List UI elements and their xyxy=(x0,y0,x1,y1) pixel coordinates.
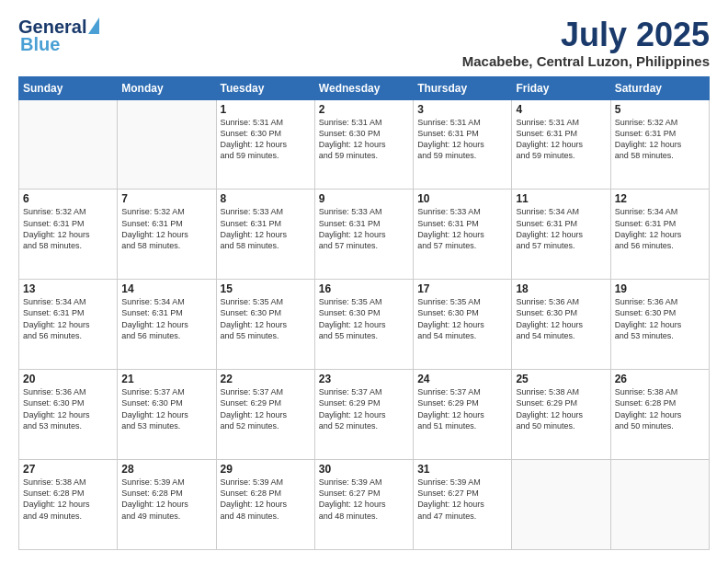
day-number: 19 xyxy=(615,282,705,295)
week-row-5: 27Sunrise: 5:38 AMSunset: 6:28 PMDayligh… xyxy=(19,460,710,550)
calendar-cell: 21Sunrise: 5:37 AMSunset: 6:30 PMDayligh… xyxy=(118,370,216,460)
day-number: 31 xyxy=(417,463,507,476)
calendar-cell: 15Sunrise: 5:35 AMSunset: 6:30 PMDayligh… xyxy=(216,280,314,370)
day-info: Sunrise: 5:35 AMSunset: 6:30 PMDaylight:… xyxy=(417,296,507,341)
day-info: Sunrise: 5:33 AMSunset: 6:31 PMDaylight:… xyxy=(221,206,311,251)
day-number: 8 xyxy=(221,192,311,205)
logo-blue: Blue xyxy=(20,34,60,55)
calendar-cell: 25Sunrise: 5:38 AMSunset: 6:29 PMDayligh… xyxy=(512,370,610,460)
calendar-cell: 3Sunrise: 5:31 AMSunset: 6:31 PMDaylight… xyxy=(414,99,512,190)
day-info: Sunrise: 5:31 AMSunset: 6:31 PMDaylight:… xyxy=(516,117,606,162)
day-number: 2 xyxy=(319,103,409,116)
calendar-cell: 22Sunrise: 5:37 AMSunset: 6:29 PMDayligh… xyxy=(216,370,314,460)
day-info: Sunrise: 5:37 AMSunset: 6:29 PMDaylight:… xyxy=(417,386,507,431)
calendar-cell: 26Sunrise: 5:38 AMSunset: 6:28 PMDayligh… xyxy=(610,370,709,460)
week-row-4: 20Sunrise: 5:36 AMSunset: 6:30 PMDayligh… xyxy=(19,370,710,460)
day-info: Sunrise: 5:36 AMSunset: 6:30 PMDaylight:… xyxy=(615,296,705,341)
calendar-cell: 6Sunrise: 5:32 AMSunset: 6:31 PMDaylight… xyxy=(19,190,118,280)
day-number: 17 xyxy=(417,282,507,295)
week-row-3: 13Sunrise: 5:34 AMSunset: 6:31 PMDayligh… xyxy=(19,280,710,370)
calendar-cell: 23Sunrise: 5:37 AMSunset: 6:29 PMDayligh… xyxy=(314,370,413,460)
day-info: Sunrise: 5:34 AMSunset: 6:31 PMDaylight:… xyxy=(23,296,113,341)
page: General Blue July 2025 Macabebe, Central… xyxy=(0,0,728,563)
day-number: 4 xyxy=(516,103,606,116)
day-number: 16 xyxy=(319,282,409,295)
main-title: July 2025 xyxy=(462,17,710,53)
day-number: 7 xyxy=(121,192,211,205)
calendar-cell xyxy=(118,99,216,190)
day-info: Sunrise: 5:37 AMSunset: 6:29 PMDaylight:… xyxy=(221,386,311,431)
day-number: 11 xyxy=(516,192,606,205)
calendar-cell: 2Sunrise: 5:31 AMSunset: 6:30 PMDaylight… xyxy=(314,99,413,190)
day-info: Sunrise: 5:33 AMSunset: 6:31 PMDaylight:… xyxy=(417,206,507,251)
day-number: 6 xyxy=(23,192,113,205)
calendar-cell: 4Sunrise: 5:31 AMSunset: 6:31 PMDaylight… xyxy=(512,99,610,190)
day-number: 14 xyxy=(121,282,211,295)
day-info: Sunrise: 5:32 AMSunset: 6:31 PMDaylight:… xyxy=(23,206,113,251)
day-number: 9 xyxy=(319,192,409,205)
calendar-header-row: SundayMondayTuesdayWednesdayThursdayFrid… xyxy=(19,76,710,99)
calendar-cell: 1Sunrise: 5:31 AMSunset: 6:30 PMDaylight… xyxy=(216,99,314,190)
day-info: Sunrise: 5:33 AMSunset: 6:31 PMDaylight:… xyxy=(319,206,409,251)
calendar-cell xyxy=(512,460,610,550)
day-info: Sunrise: 5:38 AMSunset: 6:28 PMDaylight:… xyxy=(615,386,705,431)
day-info: Sunrise: 5:32 AMSunset: 6:31 PMDaylight:… xyxy=(615,117,705,162)
day-info: Sunrise: 5:35 AMSunset: 6:30 PMDaylight:… xyxy=(319,296,409,341)
calendar-table: SundayMondayTuesdayWednesdayThursdayFrid… xyxy=(18,76,710,550)
calendar-cell: 16Sunrise: 5:35 AMSunset: 6:30 PMDayligh… xyxy=(314,280,413,370)
week-row-1: 1Sunrise: 5:31 AMSunset: 6:30 PMDaylight… xyxy=(19,99,710,190)
day-info: Sunrise: 5:37 AMSunset: 6:30 PMDaylight:… xyxy=(121,386,211,431)
calendar-cell: 20Sunrise: 5:36 AMSunset: 6:30 PMDayligh… xyxy=(19,370,118,460)
calendar-cell: 10Sunrise: 5:33 AMSunset: 6:31 PMDayligh… xyxy=(414,190,512,280)
day-number: 18 xyxy=(516,282,606,295)
logo-arrow-icon xyxy=(88,17,99,34)
calendar-cell: 17Sunrise: 5:35 AMSunset: 6:30 PMDayligh… xyxy=(414,280,512,370)
day-number: 23 xyxy=(319,373,409,385)
calendar-cell xyxy=(610,460,709,550)
day-info: Sunrise: 5:39 AMSunset: 6:28 PMDaylight:… xyxy=(121,477,211,522)
calendar-cell: 18Sunrise: 5:36 AMSunset: 6:30 PMDayligh… xyxy=(512,280,610,370)
calendar-cell xyxy=(19,99,118,190)
day-info: Sunrise: 5:38 AMSunset: 6:28 PMDaylight:… xyxy=(23,477,113,522)
calendar-header-friday: Friday xyxy=(512,76,610,99)
day-number: 12 xyxy=(615,192,705,205)
calendar-cell: 11Sunrise: 5:34 AMSunset: 6:31 PMDayligh… xyxy=(512,190,610,280)
day-info: Sunrise: 5:34 AMSunset: 6:31 PMDaylight:… xyxy=(516,206,606,251)
calendar-cell: 9Sunrise: 5:33 AMSunset: 6:31 PMDaylight… xyxy=(314,190,413,280)
day-info: Sunrise: 5:34 AMSunset: 6:31 PMDaylight:… xyxy=(121,296,211,341)
day-info: Sunrise: 5:39 AMSunset: 6:27 PMDaylight:… xyxy=(319,477,409,522)
day-info: Sunrise: 5:37 AMSunset: 6:29 PMDaylight:… xyxy=(319,386,409,431)
day-number: 24 xyxy=(417,373,507,385)
calendar-cell: 14Sunrise: 5:34 AMSunset: 6:31 PMDayligh… xyxy=(118,280,216,370)
calendar-cell: 5Sunrise: 5:32 AMSunset: 6:31 PMDaylight… xyxy=(610,99,709,190)
calendar-header-wednesday: Wednesday xyxy=(314,76,413,99)
calendar-cell: 12Sunrise: 5:34 AMSunset: 6:31 PMDayligh… xyxy=(610,190,709,280)
day-info: Sunrise: 5:35 AMSunset: 6:30 PMDaylight:… xyxy=(221,296,311,341)
day-number: 29 xyxy=(221,463,311,476)
calendar-cell: 30Sunrise: 5:39 AMSunset: 6:27 PMDayligh… xyxy=(314,460,413,550)
calendar-header-saturday: Saturday xyxy=(610,76,709,99)
day-info: Sunrise: 5:31 AMSunset: 6:30 PMDaylight:… xyxy=(319,117,409,162)
calendar-cell: 29Sunrise: 5:39 AMSunset: 6:28 PMDayligh… xyxy=(216,460,314,550)
calendar-cell: 31Sunrise: 5:39 AMSunset: 6:27 PMDayligh… xyxy=(414,460,512,550)
day-number: 26 xyxy=(615,373,705,385)
day-info: Sunrise: 5:34 AMSunset: 6:31 PMDaylight:… xyxy=(615,206,705,251)
day-number: 13 xyxy=(23,282,113,295)
day-number: 25 xyxy=(516,373,606,385)
day-info: Sunrise: 5:32 AMSunset: 6:31 PMDaylight:… xyxy=(121,206,211,251)
calendar-cell: 27Sunrise: 5:38 AMSunset: 6:28 PMDayligh… xyxy=(19,460,118,550)
day-info: Sunrise: 5:36 AMSunset: 6:30 PMDaylight:… xyxy=(516,296,606,341)
calendar-cell: 24Sunrise: 5:37 AMSunset: 6:29 PMDayligh… xyxy=(414,370,512,460)
calendar-header-sunday: Sunday xyxy=(19,76,118,99)
day-number: 5 xyxy=(615,103,705,116)
day-number: 30 xyxy=(319,463,409,476)
calendar-header-thursday: Thursday xyxy=(414,76,512,99)
calendar-cell: 19Sunrise: 5:36 AMSunset: 6:30 PMDayligh… xyxy=(610,280,709,370)
calendar-header-monday: Monday xyxy=(118,76,216,99)
day-info: Sunrise: 5:39 AMSunset: 6:27 PMDaylight:… xyxy=(417,477,507,522)
calendar-cell: 7Sunrise: 5:32 AMSunset: 6:31 PMDaylight… xyxy=(118,190,216,280)
header: General Blue July 2025 Macabebe, Central… xyxy=(18,17,710,69)
day-number: 28 xyxy=(121,463,211,476)
day-number: 10 xyxy=(417,192,507,205)
day-info: Sunrise: 5:36 AMSunset: 6:30 PMDaylight:… xyxy=(23,386,113,431)
